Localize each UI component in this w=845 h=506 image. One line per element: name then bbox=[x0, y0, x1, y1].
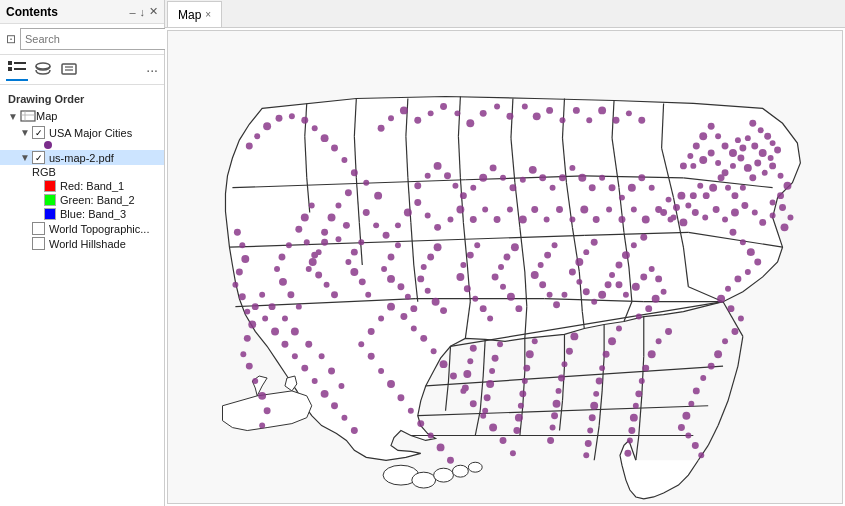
pin-icon[interactable]: – bbox=[129, 6, 135, 18]
svg-point-93 bbox=[434, 468, 454, 482]
hillshade-label: World Hillshade bbox=[49, 238, 126, 250]
svg-point-440 bbox=[368, 353, 375, 360]
svg-point-412 bbox=[374, 192, 382, 200]
pin2-icon[interactable]: ↓ bbox=[140, 6, 146, 18]
svg-point-444 bbox=[408, 408, 414, 414]
svg-point-369 bbox=[281, 341, 288, 348]
green-band-label: Green: Band_2 bbox=[60, 194, 135, 206]
svg-point-219 bbox=[497, 341, 503, 347]
svg-point-451 bbox=[378, 316, 384, 322]
tree-item-world-hillshade[interactable]: ▶ World Hillshade bbox=[0, 236, 164, 251]
svg-point-142 bbox=[685, 203, 691, 209]
map-tab-close-button[interactable]: × bbox=[205, 9, 211, 20]
hillshade-checkbox[interactable] bbox=[32, 237, 45, 250]
svg-point-420 bbox=[434, 224, 441, 231]
pdf-checkbox[interactable] bbox=[32, 151, 45, 164]
svg-point-301 bbox=[331, 291, 338, 298]
database-icon[interactable] bbox=[32, 59, 54, 81]
svg-point-191 bbox=[616, 325, 622, 331]
svg-point-368 bbox=[271, 327, 279, 335]
svg-point-341 bbox=[480, 110, 487, 117]
tree-item-usa-major-cities[interactable]: ▼ USA Major Cities bbox=[0, 125, 164, 140]
svg-point-252 bbox=[605, 281, 612, 288]
more-options-icon[interactable]: ··· bbox=[146, 62, 158, 78]
svg-point-182 bbox=[648, 350, 656, 358]
svg-point-460 bbox=[470, 400, 477, 407]
svg-point-153 bbox=[731, 209, 739, 217]
map-canvas[interactable] bbox=[167, 30, 843, 504]
svg-point-456 bbox=[431, 348, 437, 354]
svg-point-186 bbox=[633, 403, 639, 409]
topo-checkbox[interactable] bbox=[32, 222, 45, 235]
svg-point-339 bbox=[454, 110, 460, 116]
svg-point-348 bbox=[573, 107, 580, 114]
svg-point-110 bbox=[708, 123, 715, 130]
svg-point-115 bbox=[690, 163, 696, 169]
red-color-swatch bbox=[44, 180, 56, 192]
svg-point-266 bbox=[507, 293, 515, 301]
svg-point-400 bbox=[246, 143, 253, 150]
svg-point-213 bbox=[523, 365, 530, 372]
svg-point-388 bbox=[236, 268, 243, 275]
blue-band-label: Blue: Band_3 bbox=[60, 208, 126, 220]
svg-point-271 bbox=[456, 273, 464, 281]
svg-point-173 bbox=[693, 387, 700, 394]
svg-point-335 bbox=[400, 106, 408, 114]
svg-point-324 bbox=[569, 165, 575, 171]
svg-point-208 bbox=[551, 412, 558, 419]
svg-point-201 bbox=[583, 452, 589, 458]
svg-point-373 bbox=[321, 390, 329, 398]
svg-point-434 bbox=[606, 207, 612, 213]
tree-item-us-map-pdf[interactable]: ▼ us-map-2.pdf bbox=[0, 150, 164, 165]
tree-item-world-topographic[interactable]: ▶ World Topographic... bbox=[0, 221, 164, 236]
svg-point-427 bbox=[519, 215, 527, 223]
svg-point-129 bbox=[770, 200, 776, 206]
svg-point-164 bbox=[725, 286, 731, 292]
svg-point-166 bbox=[728, 305, 735, 312]
svg-point-149 bbox=[692, 209, 699, 216]
svg-point-204 bbox=[561, 361, 567, 367]
search-input[interactable] bbox=[20, 28, 168, 50]
svg-point-376 bbox=[351, 427, 358, 434]
svg-point-454 bbox=[411, 325, 417, 331]
svg-point-130 bbox=[779, 204, 786, 211]
tree-item-map[interactable]: ▼ Map bbox=[0, 107, 164, 125]
svg-point-143 bbox=[677, 192, 685, 200]
svg-point-457 bbox=[440, 360, 448, 368]
svg-point-378 bbox=[269, 303, 276, 310]
svg-point-262 bbox=[504, 254, 511, 261]
usa-cities-checkbox[interactable] bbox=[32, 126, 45, 139]
svg-point-383 bbox=[328, 368, 335, 375]
svg-point-414 bbox=[373, 222, 379, 228]
svg-point-242 bbox=[645, 305, 652, 312]
svg-point-330 bbox=[628, 184, 636, 192]
map-tab[interactable]: Map × bbox=[167, 1, 222, 27]
svg-point-452 bbox=[387, 303, 395, 311]
svg-point-235 bbox=[623, 292, 629, 298]
svg-point-217 bbox=[515, 414, 523, 422]
close-icon[interactable]: ✕ bbox=[149, 5, 158, 18]
svg-point-292 bbox=[345, 259, 351, 265]
svg-point-332 bbox=[649, 185, 655, 191]
svg-line-75 bbox=[594, 426, 599, 461]
svg-line-77 bbox=[562, 366, 564, 401]
svg-point-399 bbox=[259, 423, 265, 429]
map-filter-icon[interactable] bbox=[58, 59, 80, 81]
svg-point-250 bbox=[591, 299, 597, 305]
map-expand-arrow: ▼ bbox=[8, 111, 20, 122]
list-view-icon[interactable] bbox=[6, 59, 28, 81]
svg-point-303 bbox=[279, 254, 286, 261]
svg-point-190 bbox=[624, 450, 631, 457]
svg-point-409 bbox=[341, 157, 347, 163]
svg-point-448 bbox=[447, 457, 454, 464]
svg-point-195 bbox=[596, 378, 603, 385]
green-color-swatch bbox=[44, 194, 56, 206]
svg-point-299 bbox=[315, 271, 322, 278]
svg-point-351 bbox=[613, 117, 620, 124]
svg-point-177 bbox=[685, 433, 691, 439]
svg-point-308 bbox=[414, 182, 421, 189]
svg-point-425 bbox=[494, 216, 501, 223]
svg-point-231 bbox=[622, 251, 630, 259]
svg-point-343 bbox=[506, 113, 513, 120]
sidebar-header: Contents – ↓ ✕ bbox=[0, 0, 164, 24]
